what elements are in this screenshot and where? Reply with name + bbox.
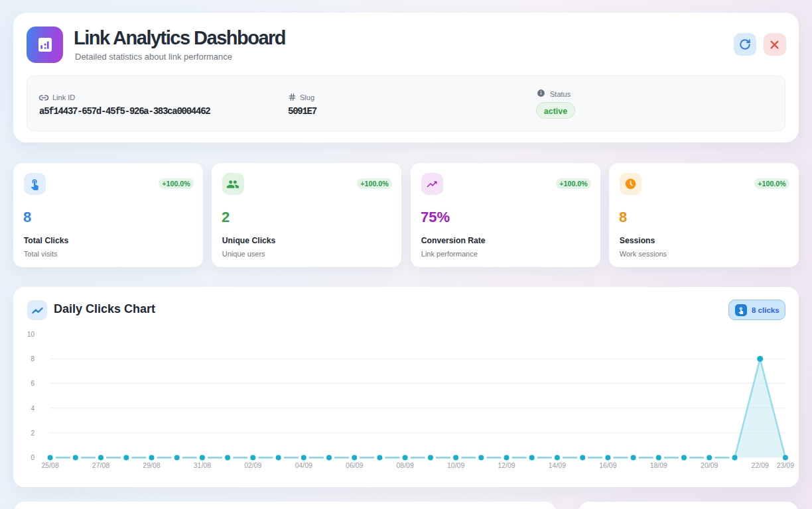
svg-text:10/09: 10/09	[447, 461, 464, 469]
svg-text:06/09: 06/09	[346, 461, 363, 469]
svg-text:8: 8	[31, 355, 34, 363]
svg-text:29/08: 29/08	[143, 461, 160, 469]
svg-text:22/09: 22/09	[752, 461, 769, 469]
svg-text:16/09: 16/09	[599, 461, 616, 469]
svg-text:27/08: 27/08	[92, 461, 109, 469]
svg-text:4: 4	[31, 405, 34, 412]
svg-text:6: 6	[31, 380, 34, 387]
svg-text:12/09: 12/09	[498, 461, 515, 469]
svg-text:08/09: 08/09	[396, 461, 413, 469]
svg-text:20/09: 20/09	[701, 461, 718, 469]
svg-text:2: 2	[31, 429, 34, 437]
svg-text:0: 0	[31, 454, 34, 461]
svg-text:14/09: 14/09	[549, 461, 566, 469]
svg-text:10: 10	[27, 331, 35, 338]
svg-text:31/08: 31/08	[194, 461, 211, 469]
svg-text:25/08: 25/08	[41, 461, 58, 469]
svg-text:23/09: 23/09	[777, 461, 794, 469]
svg-text:04/09: 04/09	[295, 461, 312, 469]
svg-text:18/09: 18/09	[650, 461, 667, 469]
svg-text:02/09: 02/09	[244, 461, 261, 469]
